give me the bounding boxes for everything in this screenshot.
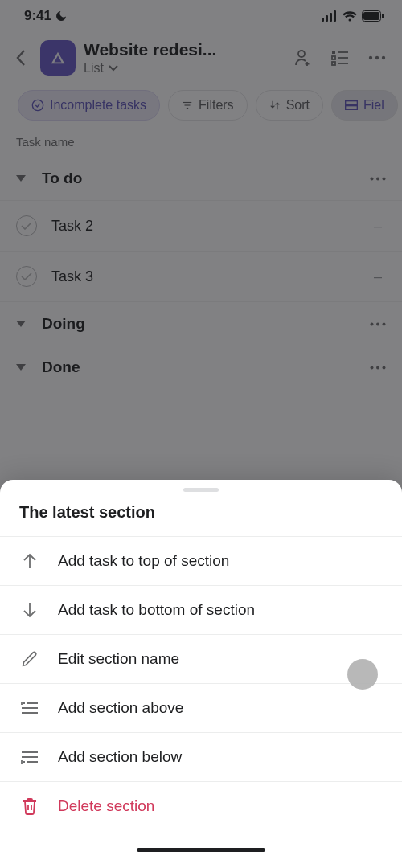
sheet-item-label: Add section below	[58, 748, 182, 766]
section-action-sheet: The latest section Add task to top of se…	[0, 480, 402, 868]
sheet-item-label: Add task to top of section	[58, 552, 229, 570]
add-above-icon	[19, 700, 40, 716]
sheet-item-label: Add section above	[58, 699, 183, 717]
arrow-up-icon	[19, 552, 40, 570]
sheet-item-label: Delete section	[58, 797, 154, 815]
sheet-item-label: Add task to bottom of section	[58, 601, 255, 619]
add-task-bottom[interactable]: Add task to bottom of section	[0, 585, 402, 634]
sheet-item-label: Edit section name	[58, 650, 179, 668]
edit-section-name[interactable]: Edit section name	[0, 634, 402, 683]
add-below-icon	[19, 749, 40, 765]
sheet-grabber[interactable]	[183, 488, 219, 492]
add-section-above[interactable]: Add section above	[0, 683, 402, 732]
delete-section[interactable]: Delete section	[0, 781, 402, 830]
home-indicator[interactable]	[137, 848, 265, 852]
touch-indicator	[347, 659, 378, 690]
arrow-down-icon	[19, 601, 40, 619]
sheet-title: The latest section	[0, 503, 402, 536]
add-task-top[interactable]: Add task to top of section	[0, 536, 402, 585]
pencil-icon	[19, 650, 40, 668]
add-section-below[interactable]: Add section below	[0, 732, 402, 781]
trash-icon	[19, 797, 40, 815]
